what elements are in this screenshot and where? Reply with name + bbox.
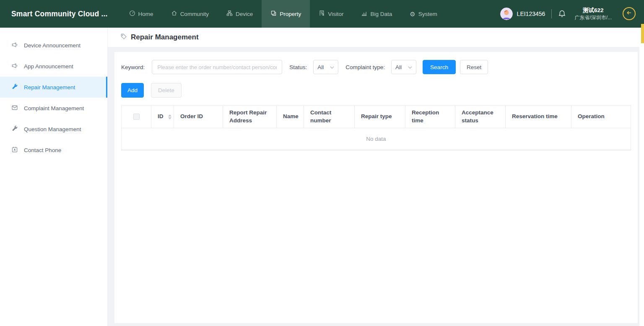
arrow-left-circle-icon xyxy=(626,10,632,18)
chevron-down-icon xyxy=(330,64,334,70)
megaphone-icon xyxy=(11,62,18,70)
table-header-row: ID Order ID Report Repair Address Name C… xyxy=(122,106,631,128)
scrollbar-thumb[interactable] xyxy=(641,24,644,43)
nav-visitor[interactable]: Visitor xyxy=(310,0,352,28)
column-label: Report Repair Address xyxy=(229,109,270,124)
select-all-cell xyxy=(122,106,151,128)
nav-bigdata[interactable]: Big Data xyxy=(352,0,401,28)
scrollbar-track[interactable] xyxy=(639,28,644,326)
nav-label: Community xyxy=(180,11,209,17)
sidebar-item-app-announcement[interactable]: App Announcement xyxy=(0,56,107,77)
megaphone-icon xyxy=(11,41,18,49)
nav-label: Property xyxy=(280,11,301,17)
sidebar-item-repair-management[interactable]: Repair Management xyxy=(0,77,107,98)
envelope-icon xyxy=(11,104,18,112)
action-bar: Add Delete xyxy=(114,74,638,98)
header-right: LEI123456 测试622 广东省/深圳市/... xyxy=(500,6,644,22)
username: LEI123456 xyxy=(517,10,545,17)
sidebar-item-device-announcement[interactable]: Device Announcement xyxy=(0,35,107,56)
sidebar-item-label: Question Management xyxy=(24,126,81,132)
sidebar-item-complaint-management[interactable]: Complaint Management xyxy=(0,98,107,119)
nav-home[interactable]: Home xyxy=(120,0,162,28)
column-contact-number: Contact number xyxy=(304,106,355,128)
top-header: Smart Community Cloud ... Home Community… xyxy=(0,0,644,28)
layers-icon xyxy=(270,10,277,18)
column-report-repair-address: Report Repair Address xyxy=(223,106,277,128)
sidebar-item-contact-phone[interactable]: Contact Phone xyxy=(0,140,107,160)
user-avatar[interactable] xyxy=(500,8,513,20)
community-switcher[interactable]: 测试622 广东省/深圳市/... xyxy=(574,6,612,22)
nav-property[interactable]: Property xyxy=(262,0,310,28)
sort-asc-icon xyxy=(168,114,171,116)
back-button[interactable] xyxy=(623,7,636,20)
nav-community[interactable]: Community xyxy=(162,0,218,28)
delete-button[interactable]: Delete xyxy=(151,83,182,98)
column-order-id: Order ID xyxy=(174,106,223,128)
document-search-icon xyxy=(319,10,325,18)
nav-label: Home xyxy=(138,11,153,17)
column-label: Contact number xyxy=(310,109,348,124)
sidebar-item-label: Complaint Management xyxy=(24,105,84,111)
column-reservation-time: Reservation time xyxy=(506,106,571,128)
network-icon xyxy=(226,10,233,18)
gear-icon: ⚙ xyxy=(410,11,415,17)
status-select-value: All xyxy=(317,64,324,70)
wrench-icon xyxy=(11,83,18,91)
column-operation: Operation xyxy=(571,106,631,128)
column-label: Operation xyxy=(578,113,605,120)
column-label: Acceptance status xyxy=(462,109,499,124)
main-content: Repair Management Keyword: Status: All C… xyxy=(108,28,644,326)
column-label: Reservation time xyxy=(512,113,558,120)
column-label: Repair type xyxy=(361,113,392,120)
sidebar-item-label: Contact Phone xyxy=(24,147,61,153)
column-label: Name xyxy=(283,113,299,120)
status-select[interactable]: All xyxy=(313,60,338,74)
top-nav: Home Community Device Property Visitor B… xyxy=(120,0,446,28)
content-card: Keyword: Status: All Complaint type: All… xyxy=(114,52,638,323)
keyword-input[interactable] xyxy=(152,60,282,74)
bar-chart-icon xyxy=(361,10,367,18)
community-name: 测试622 xyxy=(574,6,612,15)
complaint-type-select-value: All xyxy=(395,64,402,70)
dashboard-icon xyxy=(129,10,135,18)
filter-bar: Keyword: Status: All Complaint type: All… xyxy=(114,52,638,74)
nav-label: Visitor xyxy=(328,11,343,17)
complaint-type-label: Complaint type: xyxy=(345,64,385,70)
column-acceptance-status: Acceptance status xyxy=(455,106,506,128)
sidebar-item-label: App Announcement xyxy=(24,63,73,70)
empty-state: No data xyxy=(122,128,631,150)
sort-desc-icon xyxy=(168,117,171,119)
tag-icon xyxy=(120,33,127,41)
status-label: Status: xyxy=(289,64,307,70)
nav-device[interactable]: Device xyxy=(218,0,262,28)
column-repair-type: Repair type xyxy=(355,106,405,128)
repair-table: ID Order ID Report Repair Address Name C… xyxy=(121,105,631,150)
community-region: 广东省/深圳市/... xyxy=(574,14,612,21)
column-label: Order ID xyxy=(180,113,203,120)
page-title-bar: Repair Management xyxy=(108,28,644,47)
app-logo: Smart Community Cloud ... xyxy=(11,10,108,18)
nav-system[interactable]: ⚙ System xyxy=(401,0,446,28)
search-button[interactable]: Search xyxy=(423,60,456,74)
page-title: Repair Management xyxy=(131,33,199,41)
sort-control[interactable] xyxy=(168,114,171,119)
bell-icon[interactable] xyxy=(558,10,566,18)
keyword-label: Keyword: xyxy=(121,64,145,70)
column-name: Name xyxy=(277,106,304,128)
column-label: Reception time xyxy=(412,109,449,124)
reset-button[interactable]: Reset xyxy=(460,60,488,74)
chevron-down-icon xyxy=(408,64,412,70)
add-button[interactable]: Add xyxy=(121,83,144,98)
sidebar-item-label: Repair Management xyxy=(24,84,75,91)
contact-book-icon xyxy=(11,146,18,154)
column-label: ID xyxy=(158,113,164,120)
sidebar: Device Announcement App Announcement Rep… xyxy=(0,28,108,326)
sidebar-item-question-management[interactable]: Question Management xyxy=(0,119,107,140)
select-all-checkbox[interactable] xyxy=(133,114,140,120)
complaint-type-select[interactable]: All xyxy=(391,60,416,74)
home-icon xyxy=(171,10,177,18)
column-reception-time: Reception time xyxy=(405,106,455,128)
header-divider xyxy=(551,9,552,18)
nav-label: System xyxy=(418,11,437,17)
sidebar-item-label: Device Announcement xyxy=(24,42,80,49)
